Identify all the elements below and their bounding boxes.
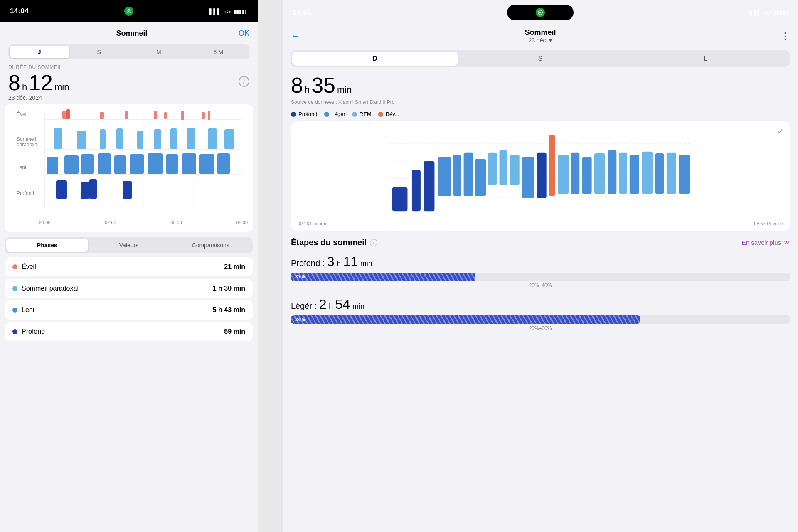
svg-rect-23 <box>54 128 62 149</box>
info-icon-left[interactable]: i <box>239 76 249 87</box>
legend-leger: Léger <box>324 111 345 117</box>
chart-time-labels-left: 23:00 02:00 05:00 08:00 <box>10 220 248 225</box>
etapes-info-icon[interactable]: i <box>370 239 377 246</box>
svg-rect-62 <box>510 155 520 185</box>
sleep-h-right: h <box>305 84 310 95</box>
eye-icon: 👁 <box>783 239 790 246</box>
period-tab-d[interactable]: D <box>292 52 458 66</box>
svg-rect-20 <box>181 111 184 120</box>
svg-rect-74 <box>655 153 664 194</box>
sleep-duration-value-right: 8 h 35 min <box>291 73 790 98</box>
phase-time-lent: 5 h 43 min <box>213 306 245 314</box>
phase-dot-paradoxal <box>12 286 17 291</box>
network-left: 5G <box>224 8 231 15</box>
svg-rect-26 <box>116 128 123 149</box>
svg-rect-67 <box>571 153 579 194</box>
svg-rect-19 <box>164 112 167 119</box>
period-tab-l[interactable]: L <box>623 52 788 66</box>
svg-rect-29 <box>170 128 177 149</box>
svg-text:paradoxal: paradoxal <box>17 142 39 148</box>
svg-rect-59 <box>475 159 486 196</box>
legend-dot-profond <box>291 112 296 117</box>
chart-start-label: 00:16 Endormi <box>298 221 328 226</box>
svg-rect-65 <box>549 135 555 196</box>
svg-rect-53 <box>392 187 408 212</box>
dynamic-island-left <box>102 4 156 19</box>
app-title-left: Sommeil <box>116 29 147 38</box>
phase-row-profond: Profond 59 min <box>5 322 253 341</box>
network-right: 5G <box>764 10 771 16</box>
app-subtitle-right[interactable]: 23 déc. ▾ <box>300 37 781 44</box>
period-tab-s-right[interactable]: S <box>458 52 623 66</box>
battery-icon-left: ▮▮▮▮▯ <box>233 8 248 15</box>
phase-name-profond: Profond <box>22 328 45 335</box>
svg-rect-55 <box>424 161 434 211</box>
stage-leger-bar: 34% <box>291 315 790 324</box>
expand-chart-button[interactable]: ⤢ <box>775 126 786 136</box>
svg-rect-43 <box>217 153 230 174</box>
phase-name-paradoxal: Sommeil paradoxal <box>22 285 79 292</box>
sleep-duration-section-right: 8 h 35 min Source de données : Xiaomi Sm… <box>283 73 798 107</box>
stage-profond-label: Profond : <box>291 259 325 268</box>
tab-comparaisons[interactable]: Comparaisons <box>170 239 251 252</box>
sleep-h-left: h <box>22 82 27 93</box>
time-label-0: 23:00 <box>39 220 51 225</box>
en-savoir-plus-button[interactable]: En savoir plus 👁 <box>742 239 790 246</box>
app-icon-left <box>124 7 133 16</box>
chart-time-axis-right: 00:16 Endormi 08:57 Réveillé <box>296 221 785 226</box>
svg-text:Éveil: Éveil <box>17 111 27 117</box>
svg-rect-37 <box>114 155 126 174</box>
progress-range-leger: 20%–60% <box>291 325 790 331</box>
legend-dot-rev <box>378 112 383 117</box>
stage-leger-header: Légèr : 2 h 54 min <box>291 297 790 312</box>
app-icon-right <box>536 8 545 17</box>
svg-rect-72 <box>630 155 639 194</box>
ok-button[interactable]: OK <box>239 29 249 38</box>
time-label-3: 08:00 <box>236 220 248 225</box>
stage-leger-block: Légèr : 2 h 54 min 34% 20%–60% <box>291 297 790 331</box>
svg-rect-60 <box>488 153 497 185</box>
svg-rect-71 <box>619 153 627 194</box>
tab-valeurs[interactable]: Valeurs <box>88 239 170 252</box>
phases-list: Éveil 21 min Sommeil paradoxal 1 h 30 mi… <box>0 257 258 341</box>
right-phone: 14:04 ▌▌▌ 5G ▮▮▮▮▯ ← Sommeil 23 déc. ▾ ⋮ <box>283 0 798 532</box>
period-tab-m[interactable]: M <box>129 46 189 58</box>
svg-rect-47 <box>123 181 132 199</box>
time-label-2: 05:00 <box>170 220 182 225</box>
sleep-chart-right: ⤢ <box>291 121 790 231</box>
svg-rect-41 <box>182 153 196 174</box>
svg-rect-38 <box>130 154 144 174</box>
back-button[interactable]: ← <box>291 31 300 42</box>
sleep-date-left: 23 déc. 2024 <box>8 94 249 101</box>
svg-rect-63 <box>522 157 534 198</box>
period-tab-j[interactable]: J <box>10 46 69 58</box>
signal-icon-left: ▌▌▌ <box>209 8 221 15</box>
svg-rect-16 <box>100 112 104 119</box>
period-tab-6m[interactable]: 6 M <box>189 46 249 58</box>
stage-profond-minutes: 11 <box>343 254 358 269</box>
period-tabs-left: J S M 6 M <box>8 44 249 59</box>
stage-leger-minutes: 54 <box>335 297 350 312</box>
sleep-duration-section-left: DURÉE DU SOMMEIL 8 h 12 min 23 déc. 2024… <box>0 64 258 104</box>
phone-gap <box>258 0 283 532</box>
stage-leger-h: h <box>329 302 333 310</box>
phase-time-eveil: 21 min <box>224 263 245 271</box>
period-tab-s[interactable]: S <box>69 46 129 58</box>
legend-label-profond: Profond <box>298 111 318 117</box>
app-header-left: Sommeil OK <box>0 22 258 42</box>
stage-leger-min: min <box>352 302 365 310</box>
svg-rect-21 <box>202 112 205 119</box>
svg-rect-28 <box>154 129 161 149</box>
svg-rect-22 <box>208 111 210 120</box>
time-right: 14:04 <box>293 8 311 17</box>
tab-phases[interactable]: Phases <box>6 239 88 252</box>
legend-label-rem: REM <box>360 111 372 117</box>
legend-label-leger: Léger <box>332 111 345 117</box>
svg-rect-39 <box>148 153 163 174</box>
etapes-title: Étapes du sommeil <box>291 238 367 247</box>
progress-fill-leger: 34% <box>291 315 640 324</box>
app-title-right: Sommeil <box>300 28 781 37</box>
more-button[interactable]: ⋮ <box>781 31 790 42</box>
sleep-min-right: min <box>337 84 352 95</box>
stage-profond-header: Profond : 3 h 11 min <box>291 254 790 269</box>
